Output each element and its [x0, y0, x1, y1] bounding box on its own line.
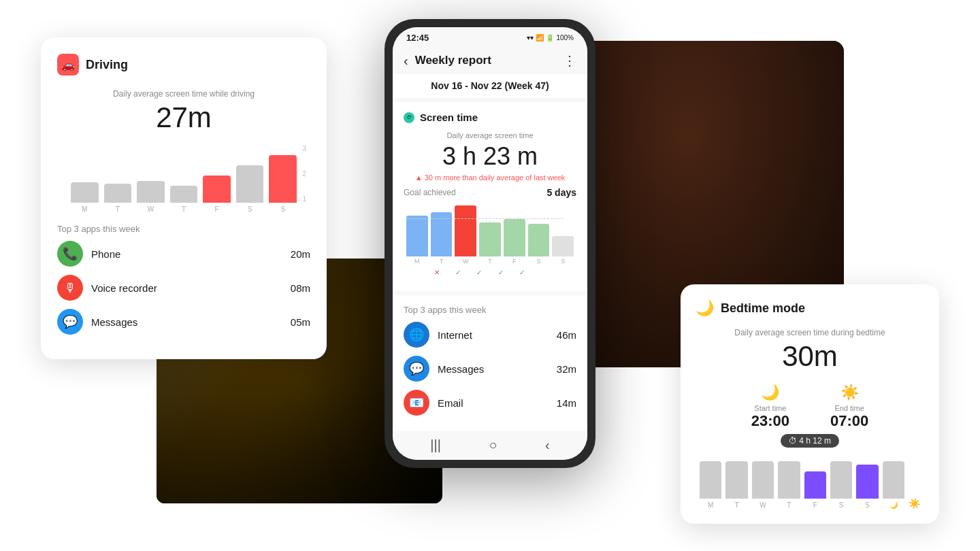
bedtime-bar [856, 465, 878, 499]
goal-value: 5 days [546, 187, 576, 198]
bedtime-bar-wrap: S [830, 461, 852, 509]
bar-day-label: W [148, 205, 154, 213]
driving-bar-wrap: M [71, 182, 99, 213]
screen-time-change: ▲ 30 m more than daily average of last w… [404, 173, 576, 182]
driving-apps-label: Top 3 apps this week [57, 224, 310, 234]
phone-bar-wrap: W [455, 205, 476, 265]
app-icon: 📞 [57, 241, 83, 267]
driving-bar [71, 182, 99, 203]
phone-app-row: 🌐 Internet 46m [404, 322, 576, 348]
bedtime-bar [752, 461, 774, 499]
weekly-report-title: Weekly report [415, 54, 563, 67]
phone-app-icon: 🌐 [404, 322, 429, 348]
phone-bar-wrap: S [528, 224, 550, 265]
app-name: Phone [91, 248, 282, 260]
bedtime-bar-label: M [708, 501, 713, 509]
bar-status-icon [559, 269, 569, 276]
phone-app-row: 📧 Email 14m [404, 390, 576, 416]
driving-bar [269, 155, 297, 203]
app-name: Voice recorder [91, 282, 282, 294]
phone-app-name: Internet [438, 329, 549, 341]
bedtime-bar-label: W [760, 501, 766, 509]
more-button[interactable]: ⋮ [563, 52, 576, 69]
driving-card: 🚗 Driving Daily average screen time whil… [41, 37, 327, 359]
sun-marker: ☀️ [909, 498, 920, 509]
status-bar: 12:45 ▾▾ 📶 🔋 100% [393, 27, 587, 46]
phone-apps-list: 🌐 Internet 46m 💬 Messages 32m 📧 Email 14… [404, 322, 576, 416]
bedtime-times: 🌙 Start time 23:00 ☀️ End time 07:00 [696, 384, 924, 430]
wifi-icon: ▾▾ [527, 34, 534, 41]
goal-label: Goal achieved [404, 188, 456, 197]
phone-app-time: 32m [557, 363, 576, 375]
driving-title: Driving [86, 58, 128, 72]
bedtime-bar-label: F [813, 501, 817, 509]
driving-chart: 321MTWTFSS [64, 145, 304, 213]
phone-screen-chart: MTWTFSS [404, 203, 576, 265]
app-icon: 💬 [57, 309, 83, 335]
moon-icon: 🌙 [696, 299, 714, 317]
driving-bar [104, 184, 132, 203]
phone-bar-wrap: F [504, 219, 525, 265]
bedtime-bar-wrap: W [752, 461, 774, 509]
app-time: 08m [291, 282, 310, 294]
driving-bar [137, 181, 165, 203]
phone-mockup: 12:45 ▾▾ 📶 🔋 100% ‹ Weekly report ⋮ Nov … [385, 19, 595, 468]
sun-end-icon: ☀️ [830, 384, 868, 401]
bedtime-header: 🌙 Bedtime mode [696, 299, 924, 317]
screen-time-header: ⏱ Screen time [404, 112, 576, 123]
nav-back[interactable]: ‹ [545, 437, 550, 453]
phone-bar [504, 219, 525, 256]
phone-bar-label: T [440, 258, 444, 265]
driving-bar [170, 186, 198, 203]
bar-day-label: T [182, 205, 186, 213]
bedtime-bar-wrap: T [778, 461, 800, 509]
phone-bar [406, 216, 428, 256]
driving-apps-list: 📞 Phone 20m 🎙 Voice recorder 08m 💬 Messa… [57, 241, 310, 335]
app-time: 05m [291, 316, 310, 328]
bedtime-title: Bedtime mode [721, 301, 805, 316]
driving-bar-wrap: T [170, 186, 198, 213]
phone-content: Nov 16 - Nov 22 (Week 47) ⏱ Screen time … [393, 73, 587, 431]
phone-bar [479, 222, 501, 256]
phone-bar-wrap: T [479, 222, 501, 265]
app-icon: 🎙 [57, 275, 83, 301]
app-row: 🎙 Voice recorder 08m [57, 275, 310, 301]
bar-status-icon [411, 269, 421, 276]
app-time: 20m [291, 248, 310, 260]
goal-row: Goal achieved 5 days [404, 187, 576, 198]
phone-app-time: 14m [557, 397, 576, 409]
bar-status-icon: ✓ [496, 269, 506, 276]
bedtime-bar-wrap: S [856, 465, 878, 509]
avg-screen-label: Daily average screen time [404, 131, 576, 139]
app-row: 💬 Messages 05m [57, 309, 310, 335]
driving-bar-wrap: T [104, 184, 132, 213]
driving-bar-wrap: F [203, 176, 231, 213]
bar-day-label: T [116, 205, 120, 213]
bedtime-bar [778, 461, 800, 499]
driving-bar-wrap: S [236, 165, 264, 213]
phone-app-name: Messages [438, 363, 549, 375]
phone-bar-label: M [414, 258, 420, 265]
phone-app-name: Email [438, 397, 549, 409]
driving-bar [236, 165, 264, 203]
bedtime-bar-wrap: F [804, 471, 826, 509]
phone-bar-wrap: S [552, 236, 574, 265]
screen-time-section: ⏱ Screen time Daily average screen time … [393, 102, 587, 291]
phone-screen: 12:45 ▾▾ 📶 🔋 100% ‹ Weekly report ⋮ Nov … [393, 27, 587, 460]
nav-home[interactable]: ○ [489, 437, 497, 453]
bedtime-bar [700, 461, 721, 499]
battery-label: 100% [556, 34, 574, 41]
status-time: 12:45 [406, 33, 429, 43]
back-button[interactable]: ‹ [404, 53, 408, 69]
bedtime-bar-wrap: 🌙 [883, 461, 904, 509]
driving-subtitle: Daily average screen time while driving [57, 89, 310, 99]
bedtime-bar-wrap: M [700, 461, 721, 509]
phone-bar-label: F [512, 258, 517, 265]
date-range: Nov 16 - Nov 22 (Week 47) [393, 73, 587, 98]
top-apps-label: Top 3 apps this week [404, 305, 576, 315]
driving-bar-wrap: S [269, 155, 297, 213]
nav-lines[interactable]: ||| [430, 437, 441, 453]
avg-screen-value: 3 h 23 m [404, 142, 576, 171]
bedtime-value: 30m [696, 340, 924, 373]
bedtime-bar [883, 461, 904, 499]
